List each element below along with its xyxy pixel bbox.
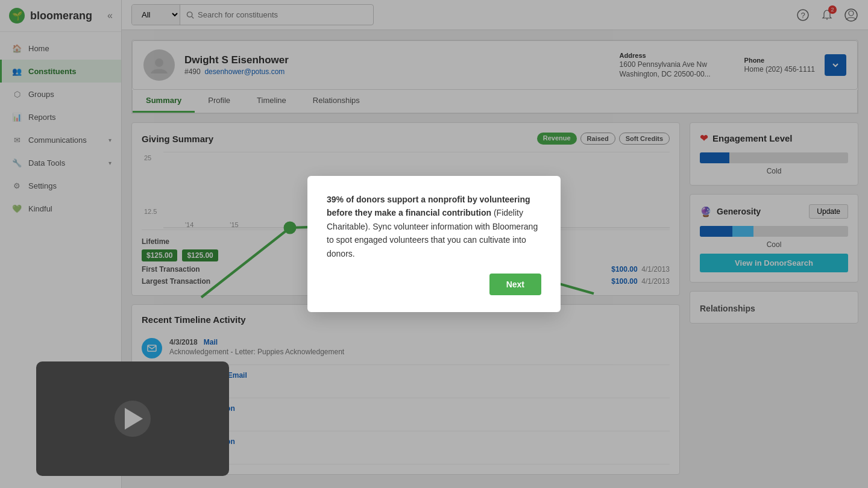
modal-overlay: 39% of donors support a nonprofit by vol…	[0, 0, 868, 488]
next-button[interactable]: Next	[489, 274, 541, 295]
modal-footer: Next	[327, 274, 541, 295]
modal: 39% of donors support a nonprofit by vol…	[307, 176, 561, 312]
modal-text: 39% of donors support a nonprofit by vol…	[327, 193, 541, 260]
